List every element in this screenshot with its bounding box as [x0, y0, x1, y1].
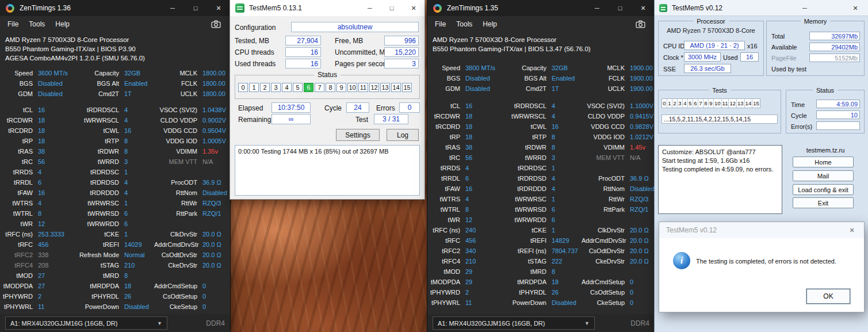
mail-button[interactable]: Mail: [793, 170, 854, 181]
timing-value: 29: [465, 266, 502, 277]
maximize-button[interactable]: □: [609, 0, 632, 16]
timing-value: 18: [552, 277, 582, 287]
agesa-version: AGESA ComboAM4v2PI 1.2.0.F (SMU 56.76.0): [5, 54, 225, 63]
dimm-bar: A1: MRX4U320GJJM16G (16GB, DR) ▼ DDR4: [427, 314, 655, 332]
timing-label: tPHYWRL: [427, 297, 465, 308]
menu-help[interactable]: Help: [50, 18, 75, 30]
menu-tools[interactable]: Tools: [24, 18, 50, 30]
titlebar[interactable]: TestMem5 0.13.1 ─ □ ✕: [230, 0, 425, 16]
log-button[interactable]: Log: [387, 129, 419, 141]
screenshot-camera-icon[interactable]: [211, 20, 221, 28]
close-button[interactable]: ✕: [632, 0, 655, 16]
test-cell: 8: [703, 99, 709, 108]
time-label: Time: [791, 101, 805, 108]
uncommitted-value: 15,220: [384, 47, 419, 57]
titlebar[interactable]: ZenTimings 1.36 ─ □ ✕: [0, 0, 230, 16]
status-group: Status 0123456789101112131415: [235, 75, 420, 99]
status-cell: 7: [315, 83, 324, 92]
zentimings-icon: [6, 4, 14, 13]
timing-label: FCLK: [582, 73, 630, 83]
test-cell: 11: [722, 99, 729, 108]
timing-value: 0: [202, 291, 230, 302]
timing-value: 2: [38, 291, 75, 302]
maximize-button[interactable]: □: [381, 0, 403, 16]
load-config-exit-button[interactable]: Load config & exit: [793, 184, 854, 195]
timing-label: Capacity: [75, 68, 124, 78]
timing-label: tRDWR: [502, 142, 552, 152]
info-icon: i: [673, 252, 690, 269]
timing-label: tWRWRDD: [75, 219, 124, 229]
timings-grid: tCL16tRDRDSCL4VSOC (SVI2)1.0438VtRCDWR18…: [0, 105, 230, 312]
menu-file[interactable]: File: [430, 18, 451, 30]
status-cell: 8: [326, 83, 335, 92]
timing-label: tRP: [427, 132, 465, 142]
timing-value: 20.0 Ω: [630, 256, 655, 266]
timing-value: [630, 215, 655, 225]
timing-value: 0.9002V: [202, 115, 230, 125]
maximize-button[interactable]: □: [184, 0, 207, 16]
timing-value: 4: [124, 115, 154, 125]
timing-label: tRP: [0, 136, 38, 146]
home-button[interactable]: Home: [793, 157, 854, 167]
timing-label: tRFC: [427, 235, 465, 246]
minimize-button[interactable]: ─: [794, 0, 816, 16]
timing-value: 1: [552, 163, 582, 173]
status-cell: 10: [347, 83, 357, 92]
titlebar[interactable]: TestMem5 v0.12 ─ ✕: [655, 0, 868, 16]
timing-value: 11: [38, 302, 75, 312]
dimm-label: A1: MRX4U320GJJM16G (16GB, DR): [438, 320, 545, 327]
exit-button[interactable]: Exit: [793, 197, 854, 208]
processor-group: Processor AMD Ryzen 7 5700X3D 8-Core CPU…: [658, 21, 764, 76]
test-cell: 3: [678, 99, 683, 108]
titlebar[interactable]: TestMem5 v0.12 ✕: [659, 222, 864, 238]
timing-label: [154, 270, 202, 281]
timing-label: CsOdtDrvStr: [582, 246, 630, 256]
timing-label: GDM: [427, 83, 465, 94]
timing-label: tRDRDDD: [502, 184, 552, 194]
timing-label: tMODPDA: [427, 277, 465, 287]
timing-value: 1800.00: [202, 89, 230, 99]
cpu-name: AMD Ryzen 7 5700X3D 8-Core Processor: [433, 35, 649, 44]
timing-value: 0.9415V: [630, 111, 655, 121]
timing-label: tRDRDSD: [75, 177, 124, 188]
configuration-value[interactable]: absolutnew: [291, 22, 419, 32]
close-button[interactable]: ✕: [207, 0, 230, 16]
time-value: 4:59.09: [816, 100, 860, 108]
memory-group: Memory Total 32697Mb Available 29402Mb P…: [766, 21, 865, 76]
timing-value: 38: [38, 146, 75, 157]
timing-value: 18: [38, 115, 75, 125]
minimize-button[interactable]: ─: [161, 0, 184, 16]
timing-label: tRTP: [75, 136, 124, 146]
timing-value: 56: [465, 152, 502, 163]
dimm-selector[interactable]: A1: MRX4U320GJJM16G (16GB, DR) ▼: [433, 316, 595, 330]
timing-label: tREFI (ns): [502, 246, 552, 256]
minimize-button[interactable]: ─: [586, 0, 609, 16]
titlebar[interactable]: ZenTimings 1.35 ─ □ ✕: [427, 0, 655, 16]
timing-label: RttWr: [154, 198, 202, 208]
close-button[interactable]: ✕: [844, 0, 866, 16]
screenshot-camera-icon[interactable]: [636, 20, 645, 28]
timing-value: 29: [465, 277, 502, 287]
timing-value: 1.0212V: [630, 132, 655, 142]
timing-label: tRRDS: [0, 167, 38, 177]
settings-button[interactable]: Settings: [336, 129, 380, 141]
timing-label: BGS Alt: [75, 78, 124, 89]
dimm-selector[interactable]: A1: MRX4U320GJJM16G (16GB, DR) ▼: [5, 316, 167, 330]
cpu-threads-value: 16: [285, 47, 321, 57]
timing-label: tRTP: [502, 132, 552, 142]
zentimings-icon: [433, 4, 442, 13]
timing-label: tSTAG: [75, 260, 124, 270]
ok-button[interactable]: OK: [806, 289, 850, 304]
timing-value: N/A: [630, 152, 655, 163]
website-link[interactable]: testmem.tz.ru: [787, 147, 864, 154]
menu-file[interactable]: File: [2, 18, 24, 30]
menu-help[interactable]: Help: [477, 18, 502, 30]
minimize-button[interactable]: ─: [359, 0, 381, 16]
menu-tools[interactable]: Tools: [451, 18, 477, 30]
timing-value: 1.1000V: [630, 101, 655, 111]
close-button[interactable]: ✕: [403, 0, 425, 16]
timing-label: tMRD: [502, 266, 552, 277]
test-cell: 12: [729, 99, 737, 108]
close-button[interactable]: ✕: [840, 222, 864, 238]
timing-label: tRAS: [0, 146, 38, 157]
